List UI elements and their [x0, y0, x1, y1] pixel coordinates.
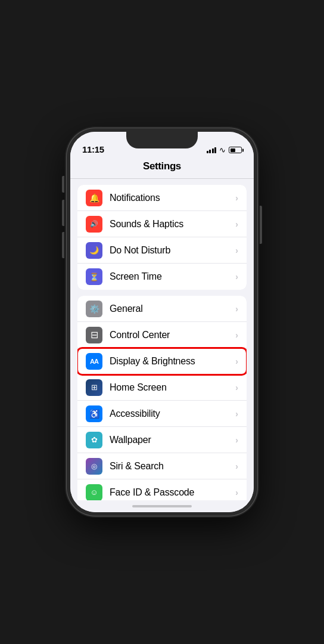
homescreen-label: Home Screen — [110, 382, 235, 393]
phone-frame: 11:15 ∿ Settings — [67, 128, 257, 516]
accessibility-label: Accessibility — [110, 408, 235, 419]
faceid-icon: ☺ — [86, 484, 102, 501]
donotdisturb-label: Do Not Disturb — [110, 245, 235, 256]
settings-row-sirisearch[interactable]: ◎ Siri & Search › — [77, 453, 247, 479]
sirisearch-label: Siri & Search — [110, 461, 235, 472]
sounds-icon: 🔊 — [86, 216, 102, 233]
phone-screen: 11:15 ∿ Settings — [70, 132, 254, 512]
screentime-icon: ⏳ — [86, 268, 102, 285]
donotdisturb-chevron: › — [235, 246, 238, 255]
settings-row-donotdisturb[interactable]: 🌙 Do Not Disturb › — [77, 237, 247, 264]
sirisearch-icon: ◎ — [86, 458, 102, 475]
wifi-icon: ∿ — [219, 145, 226, 154]
general-icon: ⚙️ — [86, 301, 102, 317]
page-title: Settings — [143, 160, 181, 172]
settings-row-faceid[interactable]: ☺ Face ID & Passcode › — [77, 479, 247, 500]
donotdisturb-icon: 🌙 — [86, 242, 102, 259]
signal-bars-icon — [207, 147, 217, 153]
settings-row-wallpaper[interactable]: ✿ Wallpaper › — [77, 427, 247, 453]
screentime-chevron: › — [235, 272, 238, 281]
controlcenter-chevron: › — [235, 330, 238, 340]
accessibility-icon: ♿ — [86, 405, 102, 422]
faceid-chevron: › — [235, 488, 238, 497]
home-indicator — [70, 500, 254, 512]
displaybrightness-icon: AA — [86, 353, 102, 370]
settings-row-screentime[interactable]: ⏳ Screen Time › — [77, 264, 247, 290]
homescreen-icon: ⊞ — [86, 379, 102, 396]
settings-scroll[interactable]: 🔔 Notifications › 🔊 Sounds & Haptics › — [70, 179, 254, 500]
settings-row-displaybrightness[interactable]: AA Display & Brightness › — [77, 348, 247, 374]
status-icons: ∿ — [207, 145, 242, 154]
settings-row-general[interactable]: ⚙️ General › — [77, 296, 247, 322]
controlcenter-icon: ⊟ — [86, 327, 102, 343]
homescreen-chevron: › — [235, 383, 238, 392]
notch — [126, 132, 198, 148]
page-header: Settings — [70, 158, 254, 179]
settings-row-homescreen[interactable]: ⊞ Home Screen › — [77, 374, 247, 401]
notifications-icon: 🔔 — [86, 190, 102, 206]
faceid-label: Face ID & Passcode — [110, 487, 235, 498]
sirisearch-chevron: › — [235, 462, 238, 471]
wallpaper-label: Wallpaper — [110, 435, 235, 445]
settings-group-2: ⚙️ General › ⊟ Control Center › — [70, 296, 254, 500]
general-chevron: › — [235, 304, 238, 314]
group-1-wrapper: 🔔 Notifications › 🔊 Sounds & Haptics › — [77, 185, 247, 290]
sounds-label: Sounds & Haptics — [110, 219, 235, 230]
status-time: 11:15 — [82, 144, 104, 154]
group-2-wrapper: ⚙️ General › ⊟ Control Center › — [77, 296, 247, 500]
battery-icon — [229, 147, 242, 153]
settings-row-controlcenter[interactable]: ⊟ Control Center › — [77, 322, 247, 348]
displaybrightness-chevron: › — [235, 357, 238, 366]
displaybrightness-label: Display & Brightness — [110, 356, 235, 367]
controlcenter-label: Control Center — [110, 330, 235, 340]
settings-row-accessibility[interactable]: ♿ Accessibility › — [77, 401, 247, 427]
notifications-chevron: › — [235, 193, 238, 203]
settings-row-sounds[interactable]: 🔊 Sounds & Haptics › — [77, 211, 247, 237]
screentime-label: Screen Time — [110, 271, 235, 282]
settings-group-1: 🔔 Notifications › 🔊 Sounds & Haptics › — [70, 185, 254, 290]
notifications-label: Notifications — [110, 193, 235, 203]
home-bar — [132, 505, 192, 507]
general-label: General — [110, 304, 235, 314]
wallpaper-icon: ✿ — [86, 432, 102, 448]
sounds-chevron: › — [235, 219, 238, 229]
wallpaper-chevron: › — [235, 435, 238, 445]
settings-row-notifications[interactable]: 🔔 Notifications › — [77, 185, 247, 211]
accessibility-chevron: › — [235, 409, 238, 419]
